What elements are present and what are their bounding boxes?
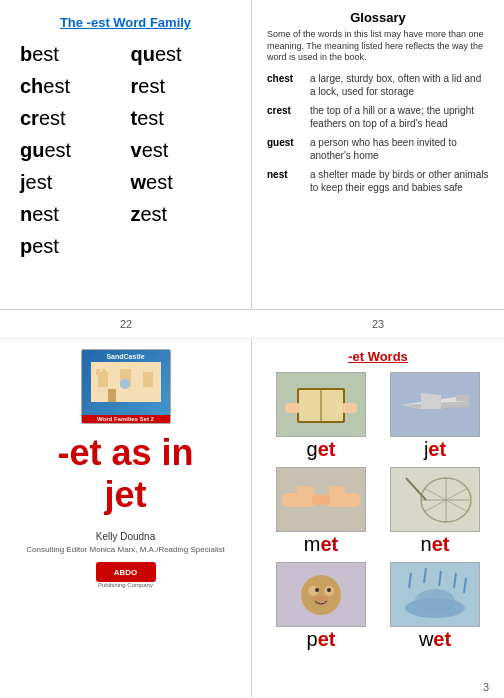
page-number-22: 22	[0, 318, 252, 330]
glossary-term-nest: nest	[267, 168, 305, 194]
word-family-title: The -est Word Family	[20, 15, 231, 30]
page-number-3: 3	[483, 681, 489, 693]
et-words-grid: get jet	[267, 372, 489, 651]
et-word-jet: jet	[381, 372, 489, 461]
et-dash-label: -et as in	[57, 432, 193, 473]
bottom-left-panel: SandCastle Word Families Set 2 -et as in	[0, 339, 252, 697]
et-word-pet: pet	[267, 562, 375, 651]
svg-point-41	[327, 588, 331, 592]
svg-rect-13	[342, 403, 357, 413]
et-img-get	[276, 372, 366, 437]
book-cover-castle-img	[91, 362, 161, 402]
et-word-label-net: net	[421, 533, 450, 556]
glossary-item-guest: guest a person who has been invited to a…	[267, 136, 489, 162]
et-word-met: met	[267, 467, 375, 556]
word-guest: guest	[20, 136, 121, 164]
glossary-term-crest: crest	[267, 104, 305, 130]
svg-point-36	[301, 575, 341, 615]
et-word-label-wet: wet	[419, 628, 451, 651]
word-test: test	[131, 104, 232, 132]
svg-rect-7	[108, 389, 116, 402]
glossary-term-chest: chest	[267, 72, 305, 98]
word-pest: pest	[20, 232, 121, 260]
word-grid: best quest chest rest crest test guest v…	[20, 40, 231, 260]
word-best: best	[20, 40, 121, 68]
book-cover-top-text: SandCastle	[106, 353, 144, 360]
svg-rect-26	[329, 486, 337, 496]
word-chest: chest	[20, 72, 121, 100]
et-words-title: -et Words	[267, 349, 489, 364]
word-jest: jest	[20, 168, 121, 196]
word-west: west	[131, 168, 232, 196]
et-word-wet: wet	[381, 562, 489, 651]
svg-rect-3	[143, 372, 153, 387]
glossary-item-crest: crest the top of a hill or a wave; the u…	[267, 104, 489, 130]
page-numbers-row: 22 23	[0, 310, 504, 339]
svg-marker-17	[421, 393, 441, 409]
et-word-label-get: get	[307, 438, 336, 461]
glossary-title: Glossary	[267, 10, 489, 25]
glossary-item-nest: nest a shelter made by birds or other an…	[267, 168, 489, 194]
glossary-term-guest: guest	[267, 136, 305, 162]
jet-word-label: jet	[104, 474, 146, 516]
glossary-def-chest: a large, sturdy box, often with a lid an…	[310, 72, 489, 98]
et-img-pet	[276, 562, 366, 627]
svg-point-6	[120, 379, 130, 389]
svg-rect-12	[285, 403, 300, 413]
svg-rect-5	[102, 369, 106, 375]
et-img-net	[390, 467, 480, 532]
abdo-sub-text: Publishing Company	[98, 582, 153, 588]
page-number-23: 23	[252, 318, 504, 330]
svg-rect-23	[312, 495, 330, 505]
glossary-panel: Glossary Some of the words in this list …	[252, 0, 504, 309]
et-word-net: net	[381, 467, 489, 556]
book-cover-series-text: Word Families Set 2	[82, 415, 170, 423]
et-img-wet	[390, 562, 480, 627]
abdo-container: ABDO Publishing Company	[96, 554, 156, 588]
glossary-def-guest: a person who has been invited to another…	[310, 136, 489, 162]
et-word-get: get	[267, 372, 375, 461]
author-name: Kelly Doudna	[96, 531, 155, 542]
glossary-def-crest: the top of a hill or a wave; the upright…	[310, 104, 489, 130]
word-zest: zest	[131, 200, 232, 228]
word-rest: rest	[131, 72, 232, 100]
svg-rect-25	[305, 486, 313, 496]
word-vest: vest	[131, 136, 232, 164]
svg-rect-24	[297, 486, 305, 496]
svg-point-49	[415, 589, 455, 613]
et-img-jet	[390, 372, 480, 437]
word-crest: crest	[20, 104, 121, 132]
glossary-subtitle: Some of the words in this list may have …	[267, 29, 489, 64]
bottom-right-panel: -et Words get	[252, 339, 504, 697]
word-nest: nest	[20, 200, 121, 228]
glossary-item-chest: chest a large, sturdy box, often with a …	[267, 72, 489, 98]
glossary-def-nest: a shelter made by birds or other animals…	[310, 168, 489, 194]
et-as-in-container: -et as in	[57, 432, 193, 474]
et-img-met	[276, 467, 366, 532]
abdo-logo-text: ABDO	[114, 568, 138, 577]
et-word-label-met: met	[304, 533, 338, 556]
svg-marker-19	[456, 395, 469, 401]
et-word-label-jet: jet	[424, 438, 446, 461]
et-word-label-pet: pet	[307, 628, 336, 651]
svg-point-40	[315, 588, 319, 592]
svg-rect-27	[337, 486, 345, 496]
consulting-editor: Consulting Editor Monica Marx, M.A./Read…	[26, 545, 224, 554]
word-empty	[131, 232, 232, 260]
word-family-panel: The -est Word Family best quest chest re…	[0, 0, 252, 309]
abdo-logo: ABDO	[96, 562, 156, 582]
word-quest: quest	[131, 40, 232, 68]
book-cover: SandCastle Word Families Set 2	[81, 349, 171, 424]
svg-rect-4	[96, 369, 100, 375]
